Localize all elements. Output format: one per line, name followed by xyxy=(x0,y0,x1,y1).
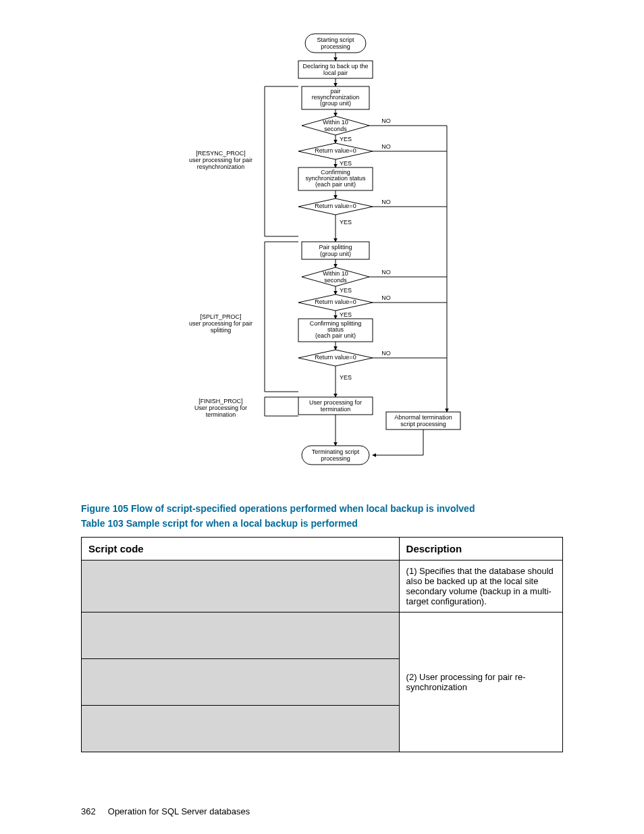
node-userterm-l2: termination xyxy=(321,406,351,413)
script-cell-3 xyxy=(82,659,400,706)
sidelabel-split-l1: user processing for pair xyxy=(189,320,252,327)
sidelabel-resync-tag: [RESYNC_PROC] xyxy=(196,150,246,157)
node-confirmsync-l3: (each pair unit) xyxy=(315,181,356,188)
node-rv0c: Return value=0 xyxy=(315,298,356,305)
node-within10a-l2: seconds xyxy=(324,126,347,132)
script-cell-2 xyxy=(82,613,400,659)
label-no-1: NO xyxy=(381,118,391,124)
table-caption: Table 103 Sample script for when a local… xyxy=(81,518,563,529)
label-yes-3: YES xyxy=(340,219,352,226)
th-description: Description xyxy=(399,538,562,561)
node-terminate-l2: processing xyxy=(321,455,350,462)
sidelabel-resync-l2: resynchronization xyxy=(197,163,245,170)
script-cell-4 xyxy=(82,706,400,752)
sidelabel-split-tag: [SPLIT_PROC] xyxy=(200,313,241,320)
label-yes-5: YES xyxy=(340,311,352,318)
sidelabel-split-l2: splitting xyxy=(211,327,232,334)
figure-caption: Figure 105 Flow of script-specified oper… xyxy=(81,503,563,514)
page-footer: 362 Operation for SQL Server databases xyxy=(81,806,563,816)
node-within10b-l2: seconds xyxy=(324,277,347,284)
flowchart-figure: Starting script processing Declaring to … xyxy=(81,27,563,486)
desc-cell-1: (1) Specifies that the database should a… xyxy=(399,561,562,613)
label-no-6: NO xyxy=(381,350,391,357)
label-no-3: NO xyxy=(381,199,391,205)
node-within10b-l1: Within 10 xyxy=(323,270,348,277)
label-yes-4: YES xyxy=(340,287,352,294)
node-confirmsplit-l3: (each pair unit) xyxy=(315,332,356,339)
label-yes-6: YES xyxy=(340,374,352,381)
label-yes-2: YES xyxy=(340,160,352,167)
footer-title: Operation for SQL Server databases xyxy=(108,806,250,816)
desc-cell-2: (2) User processing for pair re­synchron… xyxy=(399,613,562,752)
flowchart-svg: Starting script processing Declaring to … xyxy=(177,27,467,486)
node-abnormal-l2: script processing xyxy=(400,421,446,427)
node-abnormal-l1: Abnormal termination xyxy=(394,414,452,421)
label-no-5: NO xyxy=(381,294,391,301)
sidelabel-finish-l2: termination xyxy=(206,411,236,418)
page-number: 362 xyxy=(81,806,96,816)
label-yes-1: YES xyxy=(340,136,352,142)
node-pairsplit-l2: (group unit) xyxy=(320,251,351,257)
node-declare-l1: Declaring to back up the xyxy=(302,63,368,70)
th-script-code: Script code xyxy=(82,538,400,561)
node-rv0b: Return value=0 xyxy=(315,203,356,209)
label-no-4: NO xyxy=(381,269,391,276)
node-pairsplit-l1: Pair splitting xyxy=(319,244,352,251)
sidelabel-finish-tag: [FINISH_PROC] xyxy=(198,398,243,405)
node-rv0a: Return value=0 xyxy=(315,147,356,154)
node-within10a-l1: Within 10 xyxy=(323,119,348,126)
node-rv0d: Return value=0 xyxy=(315,354,356,361)
script-cell-1 xyxy=(82,561,400,613)
script-table: Script code Description (1) Specifies th… xyxy=(81,537,563,752)
node-pairresync-l3: (group unit) xyxy=(320,100,351,107)
node-declare-l2: local pair xyxy=(323,70,348,76)
node-start-l2: processing xyxy=(321,43,350,50)
node-start-l1: Starting script xyxy=(317,36,354,43)
node-userterm-l1: User processing for xyxy=(309,399,362,406)
label-no-2: NO xyxy=(381,143,391,150)
sidelabel-finish-l1: User processing for xyxy=(194,405,247,411)
sidelabel-resync-l1: user processing for pair xyxy=(189,157,252,163)
node-terminate-l1: Terminating script xyxy=(312,448,360,455)
